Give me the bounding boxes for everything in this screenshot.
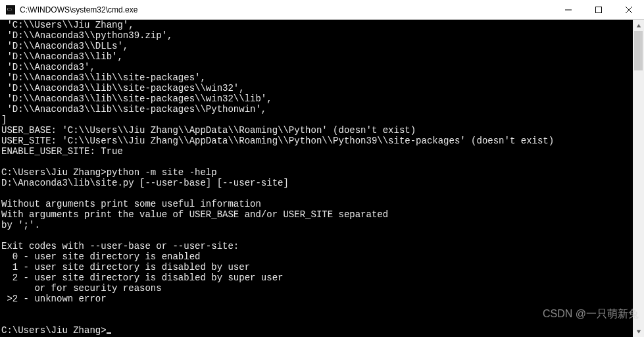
maximize-button[interactable]: [583, 0, 614, 20]
svg-marker-7: [636, 24, 640, 27]
close-button[interactable]: [614, 0, 644, 20]
svg-text:C:\: C:\: [7, 7, 12, 11]
scrollbar-track[interactable]: [633, 31, 644, 326]
svg-rect-4: [596, 7, 602, 13]
console-area: 'C:\\Users\\Jiu Zhang', 'D:\\Anaconda3\\…: [0, 20, 644, 337]
window-titlebar: C:\ C:\WINDOWS\system32\cmd.exe: [0, 0, 644, 20]
scrollbar-thumb[interactable]: [634, 31, 643, 70]
cursor: [107, 332, 111, 334]
window-title: C:\WINDOWS\system32\cmd.exe: [20, 5, 137, 14]
svg-marker-8: [636, 330, 640, 333]
terminal-output[interactable]: 'C:\\Users\\Jiu Zhang', 'D:\\Anaconda3\\…: [0, 20, 633, 337]
scroll-down-button[interactable]: [633, 326, 644, 337]
minimize-button[interactable]: [553, 0, 583, 20]
scroll-up-button[interactable]: [633, 20, 644, 31]
vertical-scrollbar[interactable]: [633, 20, 644, 337]
cmd-icon: C:\: [5, 5, 16, 15]
